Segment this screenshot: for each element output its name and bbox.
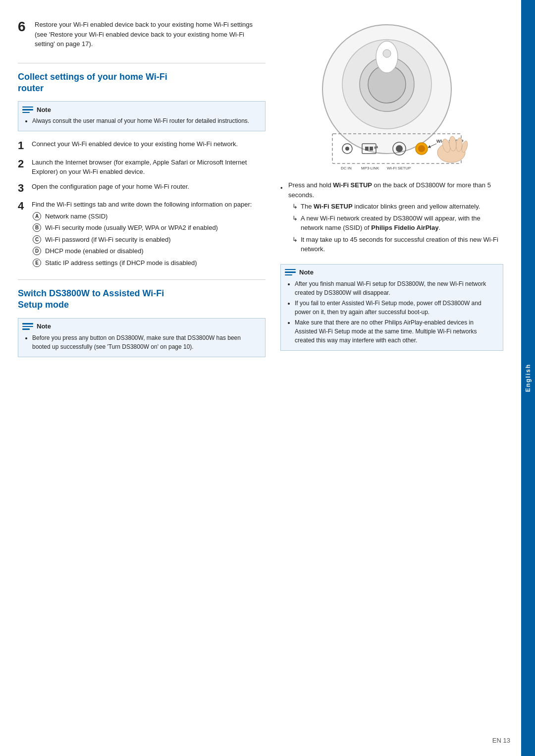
sub-bullet-3-text: It may take up to 45 seconds for success… [301,235,503,254]
right-bullet-1-content: Press and hold Wi-Fi SETUP on the back o… [288,180,503,256]
step-collect-3-num: 3 [18,182,27,195]
sub-text-B: Wi-Fi security mode (usually WEP, WPA or… [45,223,218,233]
note-icon-1 [22,106,33,113]
sub-item-A: A Network name (SSID) [33,212,252,221]
sub-bullet-2-text: A new Wi-Fi network created by DS3800W w… [301,214,503,233]
side-tab: English [521,0,535,756]
right-column: ⇄ DC IN MP3·LINK WI-FI SETUP WI-FI SETUP [275,20,503,736]
step-collect-4: 4 Find the Wi-Fi settings tab and write … [18,200,266,270]
svg-rect-11 [365,147,369,151]
sub-bullets-group: ↳ The Wi-Fi SETUP indicator blinks green… [288,202,503,254]
side-tab-label: English [525,364,532,392]
svg-point-9 [345,147,349,151]
page-footer: EN 13 [492,737,510,744]
sub-text-A: Network name (SSID) [45,212,107,221]
circle-C: C [33,235,41,244]
step-collect-3-text: Open the configuration page of your home… [32,182,189,192]
steps-collect-list: 1 Connect your Wi-Fi enabled device to y… [18,139,266,270]
device-illustration: ⇄ DC IN MP3·LINK WI-FI SETUP WI-FI SETUP [280,20,503,173]
step-collect-4-text: Find the Wi-Fi settings tab and write do… [32,200,252,270]
note-box-right: Note After you finish manual Wi-Fi setup… [280,264,503,351]
right-bullet-1: • Press and hold Wi-Fi SETUP on the back… [280,180,503,256]
arrow-3: ↳ [292,235,298,254]
bullet-dot-1: • [280,183,284,256]
sub-item-B: B Wi-Fi security mode (usually WEP, WPA … [33,223,252,233]
step-collect-4-num: 4 [18,200,27,213]
section1-heading: Collect settings of your home Wi-Fi rout… [18,71,266,95]
svg-text:⇄: ⇄ [374,145,378,150]
note-icon-right [285,269,296,276]
step-6-number: 6 [18,20,29,49]
footer-text: EN 13 [492,737,510,744]
sub-bullet-3: ↳ It may take up to 45 seconds for succe… [292,235,503,254]
step-collect-1-text: Connect your Wi-Fi enabled device to you… [32,139,238,149]
arrow-1: ↳ [292,202,298,212]
note-box-1: Note Always consult the user manual of y… [18,101,266,131]
note-header-1: Note [22,106,259,113]
step-collect-1-num: 1 [18,139,27,152]
svg-text:DC IN: DC IN [341,166,352,170]
note-body-1: Always consult the user manual of your h… [22,116,259,125]
note-label-2: Note [37,323,51,330]
svg-point-6 [383,50,391,57]
right-bullets-list: • Press and hold Wi-Fi SETUP on the back… [280,180,503,256]
note-right-item-1: After you finish manual Wi-Fi setup for … [295,279,497,297]
sub-bullet-1-text: The Wi-Fi SETUP indicator blinks green a… [301,202,480,212]
sub-item-D: D DHCP mode (enabled or disabled) [33,246,252,256]
note-right-item-2: If you fail to enter Assisted Wi-Fi Setu… [295,299,497,317]
section2-divider [18,279,266,280]
note-label-right: Note [299,269,314,276]
svg-line-27 [429,144,436,147]
note-body-right: After you finish manual Wi-Fi setup for … [285,279,497,345]
step-6-intro: 6 Restore your Wi-Fi enabled device back… [18,20,266,49]
note-header-right: Note [285,269,497,276]
section2-heading: Switch DS3800W to Assisted Wi-Fi Setup m… [18,288,266,311]
device-svg: ⇄ DC IN MP3·LINK WI-FI SETUP WI-FI SETUP [288,20,496,173]
circle-A: A [33,212,41,220]
sub-text-C: Wi-Fi password (if Wi-Fi security is ena… [45,235,171,245]
sub-item-C: C Wi-Fi password (if Wi-Fi security is e… [33,235,252,245]
left-column: 6 Restore your Wi-Fi enabled device back… [18,20,275,736]
step-collect-2: 2 Launch the Internet browser (for examp… [18,158,266,177]
step-collect-3: 3 Open the configuration page of your ho… [18,182,266,195]
step-collect-2-text: Launch the Internet browser (for example… [32,158,266,177]
note-label-1: Note [37,106,51,113]
sub-text-E: Static IP address settings (if DHCP mode… [45,258,197,268]
sub-text-D: DHCP mode (enabled or disabled) [45,246,143,256]
sub-bullet-2: ↳ A new Wi-Fi network created by DS3800W… [292,214,503,233]
circle-D: D [33,247,41,255]
note-body-2: Before you press any button on DS3800W, … [22,333,259,351]
note-right-item-3: Make sure that there are no other Philip… [295,318,497,345]
note-header-2: Note [22,323,259,330]
sub-bullet-1: ↳ The Wi-Fi SETUP indicator blinks green… [292,202,503,212]
note-icon-2 [22,323,33,330]
circle-E: E [33,259,41,267]
svg-text:WI-FI SETUP: WI-FI SETUP [387,166,411,170]
step-6-text: Restore your Wi-Fi enabled device back t… [35,20,266,49]
note-box-2: Note Before you press any button on DS38… [18,318,266,357]
step-collect-2-num: 2 [18,158,27,170]
step-collect-1: 1 Connect your Wi-Fi enabled device to y… [18,139,266,152]
sub-item-E: E Static IP address settings (if DHCP mo… [33,258,252,268]
svg-point-15 [396,145,403,152]
svg-text:MP3·LINK: MP3·LINK [361,166,379,170]
sub-items-4: A Network name (SSID) B Wi-Fi security m… [33,212,252,268]
svg-rect-12 [370,147,373,151]
section1-divider [18,63,266,63]
svg-point-17 [418,145,425,152]
arrow-2: ↳ [292,214,298,233]
circle-B: B [33,223,41,232]
